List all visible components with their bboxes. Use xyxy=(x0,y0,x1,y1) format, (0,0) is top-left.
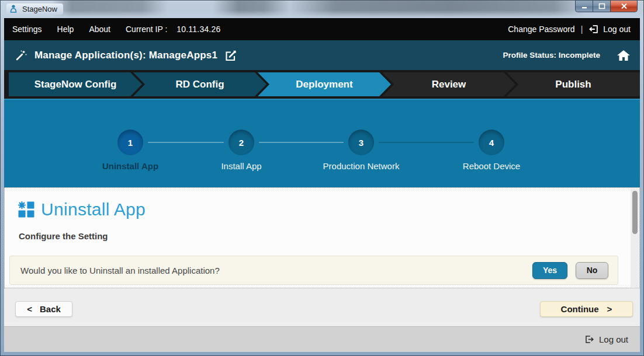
wand-icon xyxy=(15,49,27,62)
tab-deployment[interactable]: Deployment xyxy=(258,72,391,96)
step-3-label: Production Network xyxy=(297,161,425,171)
step-number: 3 xyxy=(359,138,363,148)
stagenow-logo-icon xyxy=(9,4,18,13)
step-connector-1 xyxy=(148,142,224,143)
continue-button-label: Continue xyxy=(561,304,599,314)
back-chevron: < xyxy=(27,304,32,314)
vertical-scrollbar[interactable] xyxy=(631,189,639,287)
tab-label: StageNow Config xyxy=(34,79,117,90)
settings-panel: Uninstall App Configure the Setting Woul… xyxy=(4,187,640,288)
edit-profile-button[interactable] xyxy=(224,49,237,62)
minimize-button[interactable] xyxy=(575,1,593,12)
page-title: Uninstall App xyxy=(41,200,146,219)
step-1-circle[interactable]: 1 xyxy=(117,130,143,155)
heading-row: Uninstall App xyxy=(5,188,639,219)
menubar-logout-button[interactable]: Log out xyxy=(588,24,631,34)
app-grid-gear-icon xyxy=(18,201,35,218)
step-2-label: Install App xyxy=(177,161,306,171)
window-controls xyxy=(575,1,638,12)
profile-title: Manage Application(s): ManageApps1 xyxy=(34,50,217,61)
step-number: 1 xyxy=(128,138,133,148)
current-ip-label: Current IP : xyxy=(126,25,167,34)
step-connector-3 xyxy=(379,142,474,143)
app-window: StageNow xyxy=(0,0,644,356)
back-button[interactable]: < Back xyxy=(15,301,72,317)
tab-publish[interactable]: Publish xyxy=(507,72,640,96)
continue-button[interactable]: Continue > xyxy=(540,301,633,317)
profile-header: Manage Application(s): ManageApps1 Profi… xyxy=(4,40,640,70)
edit-icon xyxy=(224,49,237,62)
wizard-footer: < Back Continue > xyxy=(4,288,640,326)
menubar-logout-label: Log out xyxy=(603,25,631,34)
menu-settings[interactable]: Settings xyxy=(12,25,42,34)
tab-label: Deployment xyxy=(296,79,352,90)
no-button[interactable]: No xyxy=(576,262,608,279)
deployment-stepper: 1 2 3 4 Uninstall App Install App Produc… xyxy=(4,99,640,187)
configure-setting-label: Configure the Setting xyxy=(5,219,639,241)
menubar-divider: | xyxy=(581,25,583,34)
step-number: 4 xyxy=(489,138,494,148)
step-3-circle[interactable]: 3 xyxy=(348,130,374,155)
profile-status-badge: Profile Status: Incomplete xyxy=(503,51,600,60)
home-icon xyxy=(617,49,631,62)
home-button[interactable] xyxy=(617,49,631,62)
step-connector-2 xyxy=(259,142,344,143)
tab-label: Publish xyxy=(555,79,591,90)
step-2-circle[interactable]: 2 xyxy=(228,130,254,155)
titlebar-glass xyxy=(1,1,643,18)
change-password-link[interactable]: Change Password xyxy=(508,25,574,34)
logout-right-icon xyxy=(584,334,594,344)
no-button-label: No xyxy=(587,266,598,275)
tab-rd-config[interactable]: RD Config xyxy=(133,72,266,96)
maximize-icon xyxy=(598,3,605,9)
menubar: Settings Help About Current IP : 10.11.3… xyxy=(4,18,640,40)
titlebar: StageNow xyxy=(1,1,643,18)
step-1-label: Uninstall App xyxy=(66,161,195,171)
tab-label: Review xyxy=(432,79,466,90)
logout-left-icon xyxy=(588,24,599,34)
continue-chevron: > xyxy=(607,304,612,314)
back-button-label: Back xyxy=(40,304,61,314)
window-title: StageNow xyxy=(22,5,57,13)
tab-review[interactable]: Review xyxy=(382,72,515,96)
close-button[interactable] xyxy=(611,1,638,12)
close-icon xyxy=(621,3,628,9)
tab-label: RD Config xyxy=(175,79,224,90)
window-body: Settings Help About Current IP : 10.11.3… xyxy=(4,18,640,351)
bottom-logout-label: Log out xyxy=(599,334,628,344)
uninstall-question-row: Would you like to Uninstall an installed… xyxy=(9,256,618,285)
tab-stagenow-config[interactable]: StageNow Config xyxy=(9,72,142,96)
menu-help[interactable]: Help xyxy=(57,25,74,34)
wizard-tabbar: StageNow Config RD Config Deployment Rev… xyxy=(4,70,640,99)
bottom-statusbar: Log out xyxy=(4,326,640,352)
scrollbar-thumb[interactable] xyxy=(632,191,638,234)
step-number: 2 xyxy=(239,138,244,148)
step-4-circle[interactable]: 4 xyxy=(479,130,504,155)
yes-button-label: Yes xyxy=(543,266,557,275)
titlebar-left: StageNow xyxy=(6,4,63,15)
minimize-icon xyxy=(581,4,588,9)
step-4-label: Reboot Device xyxy=(427,161,556,171)
yes-button[interactable]: Yes xyxy=(532,262,567,279)
current-ip-value: 10.11.34.26 xyxy=(176,25,220,34)
maximize-button[interactable] xyxy=(593,1,611,12)
bottom-logout-button[interactable]: Log out xyxy=(584,334,628,344)
question-text: Would you like to Uninstall an installed… xyxy=(20,266,220,275)
menu-about[interactable]: About xyxy=(89,25,110,34)
